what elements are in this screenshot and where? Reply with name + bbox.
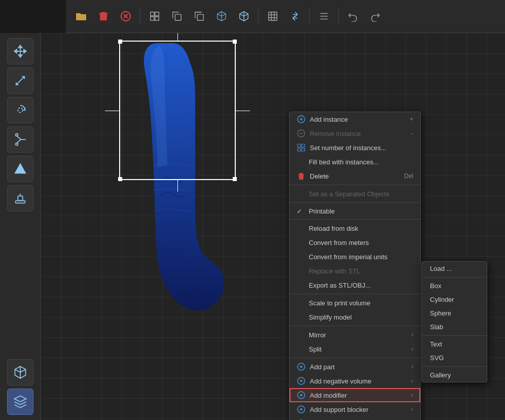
mirror-arrow: › [411,331,413,338]
svg-rect-28 [298,144,301,147]
convert-imperial-label: Convert from imperial units [309,253,413,261]
rotate-tool-btn[interactable] [7,97,33,123]
menu-convert-imperial[interactable]: Convert from imperial units [290,250,420,264]
layer-view-btn[interactable] [7,389,33,415]
submenu-text[interactable]: Text [422,337,487,351]
menu-printable[interactable]: ✓ Printable [290,204,420,218]
svg-marker-20 [14,163,26,173]
separator-6 [290,358,420,358]
menu-add-part[interactable]: Add part › [290,360,420,374]
printable-label: Printable [309,207,413,215]
menu-add-support-blocker[interactable]: Add support blocker › [290,402,420,416]
box-label: Box [430,282,441,290]
top-toolbar [66,0,505,33]
submenu-svg[interactable]: SVG [422,351,487,365]
menu-add-instance[interactable]: Add instance + [290,112,420,126]
menu-split[interactable]: Split › [290,342,420,356]
copy-btn[interactable] [167,6,187,26]
move-arrows-btn[interactable] [285,6,305,26]
export-stl-icon [297,281,305,290]
cube-view-btn[interactable] [7,359,33,386]
replace-stl-label: Replace with STL [309,267,413,275]
arrange-btn[interactable] [145,6,165,26]
svg-rect-3 [151,12,154,16]
split-icon [297,344,305,354]
menu-export-stl[interactable]: Export as STL/OBJ... [290,278,420,292]
add-negative-icon [297,376,306,386]
convert-meters-icon [297,238,305,247]
add-support-blocker-label: Add support blocker [310,406,407,413]
grid-btn[interactable] [263,6,283,26]
menu-add-negative[interactable]: Add negative volume › [290,374,420,388]
menu-scale-volume[interactable]: Scale to print volume [290,296,420,310]
support-tool-btn[interactable] [7,185,33,212]
submenu-load-item[interactable]: Load ... [422,262,487,275]
slab-label: Slab [430,323,443,331]
delete-shortcut: Del [404,172,413,180]
menu-set-separated[interactable]: Set as a Separated Objects [290,187,420,201]
undo-btn[interactable] [343,6,363,26]
remove-instance-shortcut: - [411,130,413,137]
submenu-sphere[interactable]: Sphere [422,306,487,320]
3d-model [117,38,228,317]
svg-rect-29 [302,144,305,147]
cut-tool-btn[interactable] [7,126,33,153]
list-btn[interactable] [314,6,334,26]
left-sidebar [0,33,41,420]
load-label: Load ... [430,265,452,272]
viewport[interactable]: Add instance + Remove instance - Set num… [41,33,505,420]
close-btn[interactable] [116,6,136,26]
paint-tool-btn[interactable] [7,156,33,182]
svg-rect-8 [197,14,203,20]
text-label: Text [430,340,442,348]
set-number-icon [297,143,306,152]
add-negative-label: Add negative volume [310,377,407,385]
fill-bed-label: Fill bed with instances... [309,158,413,166]
reload-icon [297,224,305,233]
object3d-btn[interactable] [211,6,232,26]
menu-delete[interactable]: Delete Del [290,169,420,183]
cube-btn[interactable] [234,6,254,26]
separator-1 [140,9,140,24]
mirror-label: Mirror [309,331,407,339]
cylinder-label: Cylinder [430,296,454,303]
move-tool-btn[interactable] [7,38,33,64]
add-instance-label: Add instance [310,116,406,123]
svg-rect-31 [302,148,305,151]
add-modifier-icon [297,391,306,400]
delete-toolbar-btn[interactable] [93,6,114,26]
menu-add-support-enforcer[interactable]: Add support enforcer › [290,416,420,420]
add-modifier-label: Add modifier [310,392,407,399]
reload-label: Reload from disk [309,225,413,232]
set-separated-icon [297,189,305,198]
menu-mirror[interactable]: Mirror › [290,328,420,342]
menu-replace-stl[interactable]: Replace with STL [290,264,420,278]
menu-simplify[interactable]: Simplify model [290,310,420,324]
split-label: Split [309,345,407,353]
open-folder-btn[interactable] [71,6,91,26]
menu-reload[interactable]: Reload from disk [290,221,420,235]
add-instance-shortcut: + [410,116,413,123]
add-support-blocker-icon [297,405,306,414]
menu-fill-bed[interactable]: Fill bed with instances... [290,155,420,169]
submenu-separator-2 [422,335,487,336]
add-negative-arrow: › [411,377,413,384]
paste-btn[interactable] [189,6,209,26]
submenu-cylinder[interactable]: Cylinder [422,293,487,306]
separator-4 [290,294,420,294]
submenu-slab[interactable]: Slab [422,320,487,334]
menu-set-number-instances[interactable]: Set number of instances... [290,141,420,155]
scale-tool-btn[interactable] [7,67,33,94]
add-part-icon [297,362,306,371]
menu-add-modifier[interactable]: Add modifier › [290,388,420,402]
separator-1 [290,185,420,185]
svg-point-18 [15,143,18,146]
delete-icon [297,171,306,181]
submenu-gallery[interactable]: Gallery [422,368,487,382]
svg-rect-4 [155,12,159,16]
submenu-box[interactable]: Box [422,279,487,293]
convert-meters-label: Convert from meters [309,239,413,247]
menu-convert-meters[interactable]: Convert from meters [290,235,420,250]
redo-btn[interactable] [365,6,385,26]
menu-remove-instance[interactable]: Remove instance - [290,126,420,141]
